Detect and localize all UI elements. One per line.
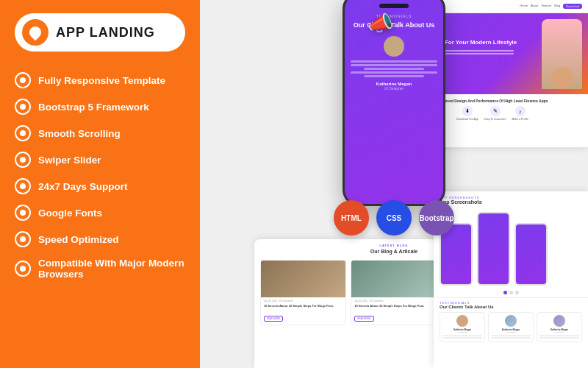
feature-list: Fully Responsive Template Bootstrap 5 Fr… [15,68,185,284]
phone-screen: TESTIMONIALS Our Clients Talk About Us K… [345,0,443,204]
blog-card-title: 10 Secrets About 10 Simple Steps For Blo… [264,304,343,308]
list-item: Bootstrap 5 Framework [15,94,185,119]
avatar [553,315,565,327]
icon-item: ✎ Easy To Customize [484,106,506,121]
blog-card-body: July 24, 2021 · 12 Comments 10 Secrets A… [351,297,436,325]
read-more-button[interactable]: READ MORE [264,316,283,322]
testimonial-cards: Katherine Megan UI Designer Katherine Me… [440,312,582,342]
html-badge: HTML [334,200,369,236]
list-item: Smooth Scrolling [15,121,185,146]
blog-card-body: July 24, 2021 · 12 Comments 10 Secrets A… [261,297,345,325]
icon-label: Make a Profile [512,118,528,121]
list-item: 24x7 Days Support [15,174,185,199]
testimonials-mini: TESTIMONIALS Our Clients Talk About Us K… [434,297,588,345]
avatar [456,315,468,327]
feature-icon: ⬇ [462,106,473,116]
text-line [364,68,425,70]
list-item: Swiper Slider [15,147,185,172]
text-line [442,337,482,339]
bullet-icon [15,125,31,141]
testimonial-lines [491,335,531,339]
screenshots-panel: APP SCREENSHOTS App Screenshots TESTIMON… [434,191,588,368]
icon-label: Easy To Customize [484,118,506,121]
right-panel: TESTIMONIALS Our Clients Talk About Us K… [200,0,588,368]
list-item: Speed Optimized [15,227,185,252]
testimonial-lines [442,335,482,339]
bootstrap-badge-label: Bootstrap [419,214,453,222]
testimonial-role: UI Designer [539,331,579,333]
logo-area: APP LANDING [15,13,185,52]
testimonials-title: Our Clients Talk About Us [440,305,582,309]
logo-text: APP LANDING [56,25,155,40]
avatar [384,36,404,57]
bullet-icon [15,72,31,88]
phone-screenshot [477,212,510,286]
text-line [491,335,531,336]
feature-text: 24x7 Days Support [38,181,128,192]
feature-text: Compatible With Major Modern Browsers [38,258,185,280]
list-item: Google Fonts [15,200,185,225]
nav-link: Feature [541,4,551,9]
icon-item: ♪ Make a Profile [512,106,528,121]
phone-text-lines [351,60,437,79]
css-badge-label: CSS [387,214,402,222]
screenshots-title: App Screenshots [440,199,582,205]
icon-item: ⬇ Download The App [456,106,478,121]
phone-notch [379,4,409,8]
nav-link: About [531,4,538,9]
ss-dots [434,291,588,294]
text-line [539,335,579,336]
carousel-dot[interactable] [515,291,519,294]
bullet-icon [15,205,31,221]
testimonial-card: Katherine Megan UI Designer [537,312,582,342]
avatar [505,315,517,327]
bullet-icon [15,231,31,247]
blog-card: July 24, 2021 · 12 Comments 10 Secrets A… [260,260,346,325]
text-line [442,335,482,336]
nav-link: Blog [554,4,560,9]
feature-icon: ♪ [515,106,526,116]
blog-card-title: 10 Secrets About 10 Simple Steps For Blo… [354,304,433,308]
wp-nav-links: Home About Feature Blog Download [520,4,582,9]
carousel-dot[interactable] [509,291,513,294]
bullet-icon [15,178,31,194]
nav-link: Home [520,4,528,9]
blog-card-image [351,261,436,297]
megaphone-icon: 📣 [368,11,393,35]
list-item: Compatible With Major Modern Browsers [15,253,185,284]
css-badge: CSS [376,200,412,236]
bullet-icon [15,99,31,115]
nav-cta-button[interactable]: Download [563,4,582,9]
testimonial-role: UI Designer [491,331,531,333]
testimonial-card: Katherine Megan UI Designer [488,312,534,342]
testimonial-card: Katherine Megan UI Designer [440,312,485,342]
feature-text: Speed Optimized [38,234,119,245]
blog-card: July 24, 2021 · 12 Comments 10 Secrets A… [351,260,437,325]
left-panel: APP LANDING Fully Responsive Template Bo… [0,0,200,368]
testimonial-lines [539,335,579,339]
text-line [351,60,437,63]
feature-text: Smooth Scrolling [38,128,121,139]
feature-text: Google Fonts [38,208,102,219]
phone-mockup: TESTIMONIALS Our Clients Talk About Us K… [343,0,445,206]
carousel-dot[interactable] [503,291,507,294]
read-more-button[interactable]: READ MORE [354,316,373,322]
feature-text: Swiper Slider [38,155,101,166]
blog-card-meta: July 24, 2021 · 12 Comments [264,300,343,302]
logo-icon [22,19,49,46]
bootstrap-badge: Bootstrap [419,200,454,236]
text-line [539,337,579,339]
ss-phones [434,209,588,289]
blog-card-image [261,261,345,297]
text-line [491,337,531,339]
phone-role: UI Designer [384,86,404,91]
feature-text: Fully Responsive Template [38,75,165,86]
feature-text: Bootstrap 5 Framework [38,102,149,113]
phone-title: Our Clients Talk About Us [354,21,435,30]
bullet-icon [15,261,31,277]
text-line [351,71,437,74]
hero-image [542,19,582,89]
bullet-icon [15,152,31,168]
icon-label: Download The App [456,118,478,121]
tech-badges: HTML CSS Bootstrap [334,200,454,236]
